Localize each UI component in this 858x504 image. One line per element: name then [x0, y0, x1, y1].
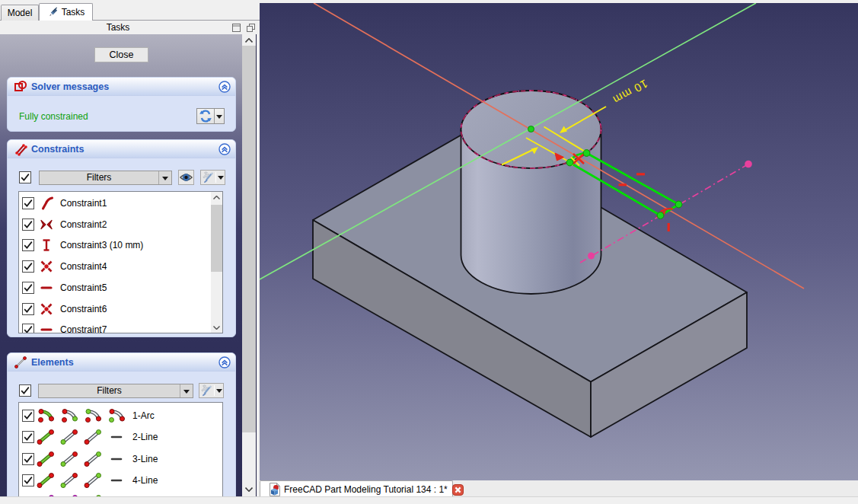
- constraint-label: Constraint7: [60, 324, 107, 333]
- solver-status-text: Fully constrained: [19, 111, 88, 122]
- left-dock-tabbar: Model Tasks: [0, 3, 260, 21]
- constraint-checkbox[interactable]: [22, 219, 34, 231]
- constraint-label: Constraint3 (10 mm): [60, 240, 143, 250]
- 3d-viewport[interactable]: 10 mm: [260, 3, 858, 480]
- constraints-wand-dropdown[interactable]: [215, 172, 225, 183]
- horizontal-constraint-icon: [39, 280, 54, 295]
- constraint-row[interactable]: Constraint7: [19, 319, 222, 333]
- collapse-elements-icon[interactable]: [218, 356, 231, 368]
- constraint-row[interactable]: Constraint2: [19, 214, 222, 235]
- constraints-filter-checkbox[interactable]: [19, 171, 31, 183]
- constraint-checkbox[interactable]: [22, 303, 34, 315]
- constraint-row[interactable]: Constraint6: [19, 298, 222, 320]
- close-tab-icon[interactable]: [452, 484, 464, 496]
- constraint-row[interactable]: Constraint3 (10 mm): [19, 234, 222, 256]
- scrollbar-thumb[interactable]: [242, 46, 256, 432]
- horizontal-constraint-icon: [39, 322, 54, 333]
- eye-icon: [179, 171, 193, 184]
- refresh-button[interactable]: [196, 108, 225, 124]
- constraint-checkbox[interactable]: [22, 197, 34, 209]
- freecad-window: Model Tasks Tasks Close: [0, 0, 858, 504]
- line-edge-icon: [36, 429, 56, 445]
- sketch-vertex: [657, 212, 664, 219]
- collapse-solver-icon[interactable]: [218, 81, 231, 93]
- tasks-panel-scrollbar[interactable]: [242, 34, 256, 496]
- constraint-row[interactable]: Constraint1: [19, 193, 222, 214]
- constraint-checkbox[interactable]: [22, 239, 34, 251]
- constraints-filter-combo-arrow: [158, 171, 171, 184]
- line-mid-icon: [107, 451, 126, 467]
- elements-wand-dropdown[interactable]: [214, 385, 223, 396]
- dock-title-text: Tasks: [0, 22, 236, 33]
- symmetric-constraint-icon: [39, 217, 54, 232]
- tasks-panel: Close Solver messages Fully constrained: [0, 34, 257, 496]
- coincident-constraint-icon: [39, 301, 54, 317]
- line-edge-icon: [36, 472, 56, 489]
- elements-filter-checkbox[interactable]: [19, 384, 31, 397]
- sketch-vertex: [583, 150, 590, 157]
- elements-header[interactable]: Elements: [8, 353, 235, 372]
- tangent-constraint-icon: [39, 196, 54, 211]
- line-start-icon: [59, 472, 79, 489]
- wand-icon: [201, 171, 215, 184]
- line-edge-icon: [36, 451, 56, 467]
- constraint-label: Constraint2: [60, 219, 107, 230]
- constraint-label: Constraint1: [60, 198, 107, 209]
- close-button[interactable]: Close: [94, 47, 148, 62]
- sketch-vertex: [566, 159, 573, 166]
- element-row[interactable]: 2-Line: [19, 426, 222, 448]
- constraints-filter-combo[interactable]: Filters: [39, 171, 172, 185]
- document-tab[interactable]: FreeCAD Part Modeling Tutorial 134 : 1*: [260, 480, 453, 498]
- document-icon: [269, 483, 281, 496]
- arc-mid-icon: [107, 407, 126, 424]
- wand-icon: [199, 384, 214, 397]
- solver-icon: [14, 80, 27, 94]
- tab-tasks[interactable]: Tasks: [39, 3, 93, 21]
- line-mid-icon: [107, 472, 126, 489]
- element-row[interactable]: 3-Line: [19, 448, 222, 470]
- elements-wand-button[interactable]: [199, 383, 224, 398]
- constraint-row[interactable]: Constraint5: [19, 277, 222, 298]
- constraint-row[interactable]: Constraint4: [19, 256, 222, 277]
- status-bar: [0, 496, 858, 504]
- pencil-icon: [47, 7, 59, 18]
- show-hide-eye-button[interactable]: [178, 170, 194, 185]
- line-mid-icon: [107, 429, 126, 445]
- constraint-label: Constraint5: [60, 282, 107, 293]
- sketch-origin-point: [528, 126, 534, 132]
- refresh-icon: [197, 109, 214, 123]
- constraint-checkbox[interactable]: [22, 260, 34, 273]
- constraints-wand-button[interactable]: [200, 170, 225, 185]
- line-start-icon: [59, 451, 79, 467]
- constraints-title: Constraints: [31, 144, 84, 155]
- solver-messages-title: Solver messages: [31, 81, 109, 92]
- arc-start-icon: [59, 407, 79, 424]
- mdi-tabbar: FreeCAD Part Modeling Tutorial 134 : 1*: [260, 480, 858, 498]
- solver-messages-header[interactable]: Solver messages: [8, 78, 235, 96]
- float-window-icon[interactable]: [247, 24, 255, 32]
- tab-model[interactable]: Model: [1, 5, 39, 21]
- sketch-vertex: [675, 201, 682, 208]
- element-row[interactable]: 1-Arc: [19, 405, 222, 426]
- constraints-list-scrollbar[interactable]: [211, 192, 222, 333]
- elements-filter-label: Filters: [39, 384, 180, 397]
- element-checkbox[interactable]: [22, 410, 34, 422]
- constraints-header[interactable]: Constraints: [8, 140, 235, 158]
- element-checkbox[interactable]: [22, 453, 34, 465]
- elements-title: Elements: [31, 357, 74, 368]
- vertical-distance-constraint-icon: [39, 238, 54, 253]
- refresh-dropdown[interactable]: [214, 109, 224, 123]
- constraint-checkbox[interactable]: [22, 324, 34, 333]
- elements-filter-combo[interactable]: Filters: [38, 384, 193, 398]
- elements-filter-combo-arrow: [180, 384, 193, 397]
- constraint-checkbox[interactable]: [22, 282, 34, 294]
- constraint-label: Constraint4: [60, 261, 107, 272]
- collapse-constraints-icon[interactable]: [218, 143, 231, 155]
- arc-end-icon: [83, 407, 103, 424]
- dock-window-icon[interactable]: [232, 24, 241, 32]
- element-row[interactable]: 4-Line: [19, 470, 222, 491]
- element-checkbox[interactable]: [22, 474, 34, 486]
- elements-icon: [14, 356, 27, 369]
- element-checkbox[interactable]: [22, 431, 34, 443]
- coincident-constraint-icon: [39, 259, 54, 274]
